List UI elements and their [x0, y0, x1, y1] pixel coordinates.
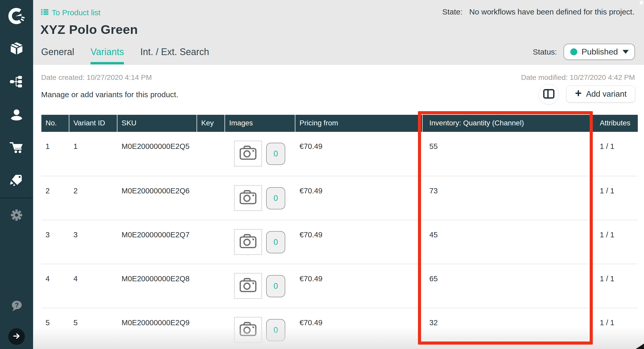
shopping-cart-icon: [9, 140, 24, 156]
image-count-badge: 0: [266, 231, 285, 253]
column-header-images[interactable]: Images: [225, 115, 295, 132]
date-created: Date created: 10/27/2020 4:14 PM: [41, 73, 152, 82]
image-placeholder[interactable]: [234, 273, 262, 299]
category-tree-icon: [9, 74, 24, 90]
brand-logo[interactable]: [8, 8, 25, 25]
image-placeholder[interactable]: [234, 141, 262, 166]
cell-images: 0: [225, 132, 295, 176]
cell-sku: M0E20000000E2Q9: [117, 308, 197, 349]
active-tab-underline: [91, 62, 124, 64]
customer-person-icon: [9, 107, 24, 123]
status-dropdown-button[interactable]: Published: [564, 44, 635, 60]
add-variant-label: Add variant: [586, 89, 627, 99]
cell-no: 5: [41, 308, 69, 349]
camera-icon: [239, 278, 257, 294]
cell-images: 0: [225, 264, 295, 308]
plus-icon: +: [575, 88, 582, 99]
column-settings-button[interactable]: [538, 84, 559, 104]
cell-key: [197, 264, 225, 308]
tab-general-label: General: [41, 47, 74, 57]
status-dot: [570, 48, 577, 55]
cell-attributes: 1 / 1: [591, 132, 638, 176]
column-header-no[interactable]: No.: [41, 115, 69, 132]
image-placeholder[interactable]: [234, 229, 262, 255]
tab-variants[interactable]: Variants: [91, 47, 124, 64]
tab-variants-label: Variants: [91, 47, 124, 57]
column-header-sku[interactable]: SKU: [117, 115, 197, 132]
sidebar-item-settings[interactable]: [8, 207, 25, 224]
cell-key: [197, 308, 225, 349]
date-modified: Date modified: 10/27/2020 4:42 PM: [521, 73, 635, 82]
sidebar-item-discounts[interactable]: [8, 173, 25, 189]
back-link-label: To Product list: [52, 8, 100, 17]
back-to-product-list-link[interactable]: To Product list: [41, 8, 100, 17]
cell-pricing-from: €70.49: [295, 132, 423, 176]
highlight-annotation-box: [418, 111, 593, 345]
gauge-logo-icon: [8, 7, 25, 26]
cell-sku: M0E20000000E2Q7: [117, 220, 197, 264]
sidebar-collapse-button[interactable]: [8, 328, 25, 345]
cell-key: [197, 132, 225, 176]
sidebar-item-customers[interactable]: [8, 107, 25, 124]
page-title: XYZ Polo Green: [40, 22, 138, 37]
list-icon: [41, 8, 48, 17]
cell-pricing-from: €70.49: [295, 176, 423, 220]
column-header-attributes[interactable]: Attributes: [591, 115, 638, 132]
state-value: No workflows have been defined for this …: [469, 7, 634, 16]
image-placeholder[interactable]: [234, 185, 262, 211]
column-layout-icon: [543, 89, 555, 100]
cell-images: 0: [225, 220, 295, 264]
tab-general[interactable]: General: [41, 47, 74, 64]
settings-gear-icon: [9, 208, 24, 224]
sidebar-item-orders[interactable]: [8, 140, 25, 156]
state-row: State: No workflows have been defined fo…: [442, 7, 634, 16]
camera-icon: [239, 322, 257, 338]
variants-description: Manage or add variants for this product.: [41, 90, 178, 99]
image-count-badge: 0: [266, 187, 285, 209]
status-row: Status: Published: [533, 44, 635, 60]
cell-images: 0: [225, 308, 295, 349]
svg-text:?: ?: [15, 301, 19, 309]
cell-attributes: 1 / 1: [591, 264, 638, 308]
tab-bar: General Variants Int. / Ext. Search: [41, 47, 209, 64]
sidebar-item-products[interactable]: [8, 41, 25, 57]
cell-sku: M0E20000000E2Q8: [117, 264, 197, 308]
column-header-variant-id[interactable]: Variant ID: [69, 115, 117, 132]
column-header-pricing-from[interactable]: Pricing from: [295, 115, 423, 132]
cell-attributes: 1 / 1: [591, 308, 638, 349]
column-header-key[interactable]: Key: [197, 115, 225, 132]
collapse-circle: [8, 328, 25, 345]
image-count-badge: 0: [266, 275, 285, 297]
cell-pricing-from: €70.49: [295, 264, 423, 308]
sidebar: ?: [0, 0, 33, 349]
package-box-icon: [9, 41, 24, 57]
cell-sku: M0E20000000E2Q5: [117, 132, 197, 176]
state-label: State:: [442, 7, 462, 16]
tab-search-label: Int. / Ext. Search: [140, 47, 209, 57]
sidebar-divider: [0, 198, 33, 198]
image-placeholder[interactable]: [234, 317, 262, 343]
scrollbar-thumb[interactable]: [640, 1, 643, 5]
topbar: To Product list XYZ Polo Green State: No…: [33, 0, 644, 65]
add-variant-button[interactable]: + Add variant: [566, 86, 635, 102]
cell-images: 0: [225, 176, 295, 220]
cell-attributes: 1 / 1: [591, 220, 638, 264]
camera-icon: [239, 234, 257, 250]
cell-key: [197, 220, 225, 264]
help-bubble-icon: ?: [9, 299, 24, 315]
cell-variant-id: 5: [69, 308, 117, 349]
cell-no: 1: [41, 132, 69, 176]
tab-int-ext-search[interactable]: Int. / Ext. Search: [140, 47, 209, 64]
cell-key: [197, 176, 225, 220]
cell-no: 4: [41, 264, 69, 308]
cell-variant-id: 3: [69, 220, 117, 264]
cell-sku: M0E20000000E2Q6: [117, 176, 197, 220]
sidebar-item-help[interactable]: ?: [8, 298, 25, 315]
cell-pricing-from: €70.49: [295, 308, 423, 349]
cell-no: 3: [41, 220, 69, 264]
status-value: Published: [581, 47, 618, 57]
cell-variant-id: 1: [69, 132, 117, 176]
sidebar-item-categories[interactable]: [8, 74, 25, 90]
cell-pricing-from: €70.49: [295, 220, 423, 264]
chevron-down-icon: [623, 50, 629, 54]
